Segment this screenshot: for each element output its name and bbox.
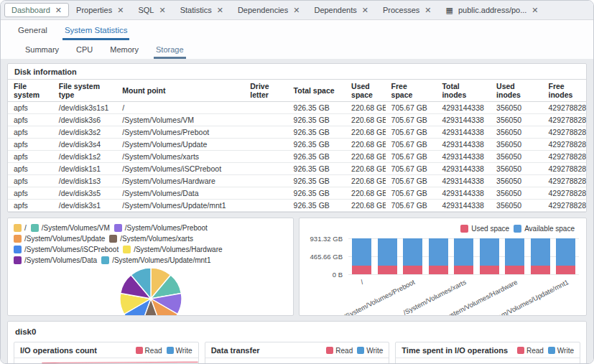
legend-label: /System/Volumes/Data [24, 255, 97, 266]
cell: 926.35 GB [288, 187, 345, 200]
cell [244, 200, 287, 212]
cell: 926.35 GB [288, 102, 345, 114]
line-chart-svg [14, 358, 198, 364]
cell: 220.68 GB [345, 102, 386, 114]
tab-dependencies[interactable]: Dependencies✕ [231, 3, 307, 17]
legend-label: Read [526, 347, 544, 355]
legend-label: Write [176, 347, 192, 355]
chart-plot-area: 1.11 h [396, 358, 580, 364]
legend-label: /System/Volumes/xarts [120, 233, 193, 244]
cell: 4293144338 [436, 126, 491, 139]
cell: 705.67 GB [386, 102, 437, 114]
tab-dependents[interactable]: Dependents✕ [307, 3, 376, 17]
cell: apfs [8, 163, 53, 175]
chart-title: Time spent in I/O operations [402, 346, 508, 355]
cell: /dev/disk3s4 [53, 139, 117, 151]
legend-label: Read [145, 347, 162, 355]
legend-item: / [14, 223, 27, 233]
legend-swatch [136, 347, 143, 354]
column-header-total-inodes: Total inodes [436, 80, 491, 102]
legend-item: /System/Volumes/Preboot [114, 223, 208, 233]
pie-chart-panel: //System/Volumes/VM/System/Volumes/Prebo… [7, 218, 294, 316]
legend-label: Used space [471, 223, 509, 234]
close-icon[interactable]: ✕ [117, 6, 124, 14]
tab-label: Properties [76, 6, 112, 14]
close-icon[interactable]: ✕ [362, 6, 368, 14]
cell: /dev/disk3s2 [53, 126, 117, 139]
cell: /System/Volumes/iSCPreboot [116, 163, 244, 175]
legend-label: /System/Volumes/Hardware [134, 244, 222, 255]
cell: 356050 [491, 114, 542, 126]
tab-processes[interactable]: Processes✕ [376, 3, 439, 17]
cell: /dev/disk1s3 [53, 175, 117, 187]
close-icon[interactable]: ✕ [293, 6, 300, 14]
column-header-file-system: File system [8, 80, 53, 102]
bar-chart-plot [348, 238, 579, 274]
cell: /System/Volumes/Data [116, 187, 244, 200]
bar-used-segment [352, 266, 371, 274]
legend-item: /System/Volumes/Data [14, 255, 97, 266]
cell: 356050 [491, 102, 542, 114]
close-icon[interactable]: ✕ [55, 6, 62, 14]
cell: /System/Volumes/xarts [116, 151, 244, 163]
cell: 926.35 GB [288, 126, 345, 139]
legend-label: /System/Volumes/Preboot [125, 223, 208, 233]
cell: /System/Volumes/Update [116, 139, 244, 151]
legend-swatch [14, 256, 22, 264]
close-icon[interactable]: ✕ [424, 6, 431, 14]
tab-statistics[interactable]: Statistics✕ [173, 3, 231, 17]
cell: 356050 [491, 151, 542, 163]
tab-label: SQL [138, 6, 154, 14]
disk-information-table: File systemFile system typeMount pointDr… [8, 79, 586, 212]
cell: 926.35 GB [288, 151, 345, 163]
cell [244, 102, 287, 114]
bar-available-segment [556, 238, 575, 266]
close-icon[interactable]: ✕ [532, 6, 538, 14]
cell: apfs [8, 187, 53, 200]
storage-tab-memory[interactable]: Memory [108, 42, 141, 59]
column-header-used-space: Used space [345, 80, 386, 102]
cell: 4293144338 [436, 187, 491, 200]
cell: 705.67 GB [386, 114, 437, 126]
legend-item: Used space [460, 223, 509, 234]
close-icon[interactable]: ✕ [159, 6, 165, 14]
chart-time-spent-in-i-o-operations: Time spent in I/O operationsReadWrite1.1… [395, 342, 580, 364]
bar-x-label: /System/Volumes/Update/mnt1 [483, 278, 570, 316]
cell: 220.68 GB [345, 126, 386, 139]
legend-swatch [123, 246, 131, 253]
cell: /System/Volumes/VM [116, 114, 244, 126]
chart-legend: ReadWrite [131, 347, 192, 355]
storage-tab-storage[interactable]: Storage [154, 42, 186, 59]
storage-tab-cpu[interactable]: CPU [74, 42, 95, 59]
nav-tab-system-statistics[interactable]: System Statistics [62, 22, 130, 40]
cell [244, 126, 287, 139]
cell: 4292788288 [543, 163, 586, 175]
cell: 4293144338 [436, 102, 491, 114]
tab-label: Dependencies [238, 6, 288, 14]
pie-legend: //System/Volumes/VM/System/Volumes/Prebo… [14, 223, 287, 266]
cell: 356050 [491, 126, 542, 139]
legend-swatch [357, 347, 364, 354]
tab-label: Dashboard [11, 6, 50, 14]
tab-dashboard[interactable]: Dashboard✕ [4, 3, 69, 17]
table-row: apfs/dev/disk1s2/System/Volumes/xarts926… [8, 151, 586, 163]
storage-tab-summary[interactable]: Summary [23, 42, 61, 59]
tab-sql[interactable]: SQL✕ [131, 3, 172, 17]
close-icon[interactable]: ✕ [217, 6, 223, 14]
legend-label: Available space [524, 223, 575, 234]
cell: 4292788288 [543, 151, 586, 163]
system-statistics-tabs: SummaryCPUMemoryStorage [1, 40, 593, 59]
chart-title: I/O operations count [20, 346, 97, 355]
legend-swatch [517, 347, 524, 354]
cell: /dev/disk3s1 [53, 200, 117, 212]
bar-used-segment [403, 266, 422, 274]
cell: 220.68 GB [345, 200, 386, 212]
tab-properties[interactable]: Properties✕ [69, 3, 131, 17]
line-chart-svg [205, 358, 389, 364]
nav-tab-general[interactable]: General [16, 22, 50, 40]
cell: 4292788288 [543, 114, 586, 126]
tab-public-address-po[interactable]: ▦public.address/po...✕ [439, 3, 546, 18]
cell: 4293144338 [436, 139, 491, 151]
cell [244, 175, 287, 187]
bar-used-segment [429, 266, 448, 274]
